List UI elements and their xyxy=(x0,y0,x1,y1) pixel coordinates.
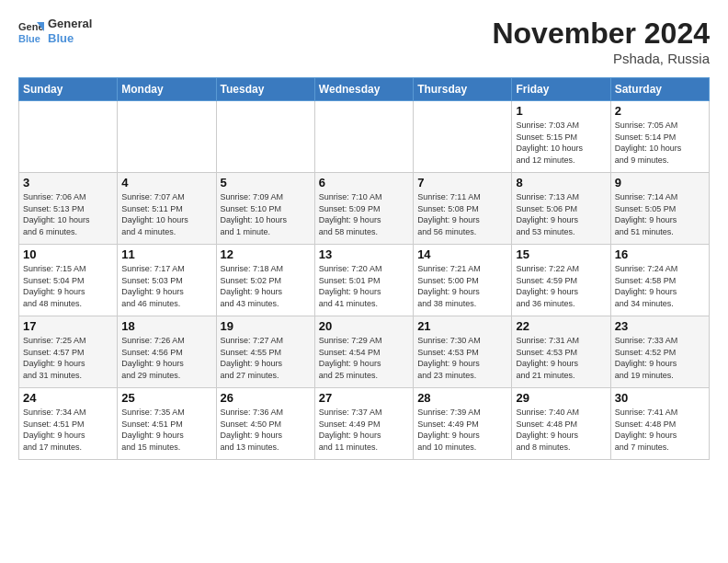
day-info: Sunrise: 7:26 AM Sunset: 4:56 PM Dayligh… xyxy=(121,335,211,381)
day-number: 6 xyxy=(319,176,409,190)
day-info: Sunrise: 7:40 AM Sunset: 4:48 PM Dayligh… xyxy=(516,407,606,453)
calendar-cell: 25Sunrise: 7:35 AM Sunset: 4:51 PM Dayli… xyxy=(118,388,216,460)
day-info: Sunrise: 7:15 AM Sunset: 5:04 PM Dayligh… xyxy=(23,263,113,309)
calendar-cell: 23Sunrise: 7:33 AM Sunset: 4:52 PM Dayli… xyxy=(610,316,709,388)
day-info: Sunrise: 7:34 AM Sunset: 4:51 PM Dayligh… xyxy=(23,407,113,453)
title-block: November 2024 Pshada, Russia xyxy=(492,17,710,66)
header: General Blue General Blue November 2024 … xyxy=(18,17,710,66)
day-info: Sunrise: 7:17 AM Sunset: 5:03 PM Dayligh… xyxy=(121,263,211,309)
day-number: 14 xyxy=(417,247,507,261)
day-info: Sunrise: 7:27 AM Sunset: 4:55 PM Dayligh… xyxy=(221,335,311,381)
calendar-cell: 16Sunrise: 7:24 AM Sunset: 4:58 PM Dayli… xyxy=(610,245,709,316)
day-number: 20 xyxy=(319,319,409,333)
calendar-cell: 27Sunrise: 7:37 AM Sunset: 4:49 PM Dayli… xyxy=(314,388,413,460)
weekday-header: Friday xyxy=(512,78,610,101)
day-info: Sunrise: 7:39 AM Sunset: 4:49 PM Dayligh… xyxy=(417,407,507,453)
day-info: Sunrise: 7:33 AM Sunset: 4:52 PM Dayligh… xyxy=(615,335,705,381)
calendar-cell: 20Sunrise: 7:29 AM Sunset: 4:54 PM Dayli… xyxy=(314,316,413,388)
day-info: Sunrise: 7:21 AM Sunset: 5:00 PM Dayligh… xyxy=(417,263,507,309)
calendar-cell: 14Sunrise: 7:21 AM Sunset: 5:00 PM Dayli… xyxy=(414,245,512,316)
day-number: 16 xyxy=(615,247,705,261)
day-number: 27 xyxy=(319,391,409,405)
weekday-header: Thursday xyxy=(414,78,512,101)
day-number: 4 xyxy=(121,176,211,190)
day-info: Sunrise: 7:13 AM Sunset: 5:06 PM Dayligh… xyxy=(516,191,606,237)
calendar-cell: 26Sunrise: 7:36 AM Sunset: 4:50 PM Dayli… xyxy=(216,388,314,460)
day-number: 13 xyxy=(319,247,409,261)
day-info: Sunrise: 7:06 AM Sunset: 5:13 PM Dayligh… xyxy=(23,191,113,237)
day-number: 19 xyxy=(221,319,311,333)
day-number: 25 xyxy=(121,391,211,405)
day-info: Sunrise: 7:30 AM Sunset: 4:53 PM Dayligh… xyxy=(417,335,507,381)
day-number: 28 xyxy=(417,391,507,405)
day-number: 24 xyxy=(23,391,113,405)
calendar-cell xyxy=(118,101,216,173)
day-number: 11 xyxy=(121,247,211,261)
calendar-cell: 17Sunrise: 7:25 AM Sunset: 4:57 PM Dayli… xyxy=(19,316,118,388)
day-number: 12 xyxy=(221,247,311,261)
day-number: 10 xyxy=(23,247,113,261)
calendar-cell: 24Sunrise: 7:34 AM Sunset: 4:51 PM Dayli… xyxy=(19,388,118,460)
day-info: Sunrise: 7:22 AM Sunset: 4:59 PM Dayligh… xyxy=(516,263,606,309)
logo-line1: General xyxy=(48,17,92,31)
day-number: 7 xyxy=(417,176,507,190)
logo-icon: General Blue xyxy=(18,18,44,44)
day-info: Sunrise: 7:25 AM Sunset: 4:57 PM Dayligh… xyxy=(23,335,113,381)
svg-text:Blue: Blue xyxy=(18,33,40,44)
day-number: 26 xyxy=(221,391,311,405)
calendar-cell: 29Sunrise: 7:40 AM Sunset: 4:48 PM Dayli… xyxy=(512,388,610,460)
calendar-cell xyxy=(19,101,118,173)
day-number: 9 xyxy=(615,176,705,190)
day-number: 17 xyxy=(23,319,113,333)
calendar-cell: 3Sunrise: 7:06 AM Sunset: 5:13 PM Daylig… xyxy=(19,173,118,245)
logo-line2: Blue xyxy=(48,31,92,46)
calendar-cell: 13Sunrise: 7:20 AM Sunset: 5:01 PM Dayli… xyxy=(314,245,413,316)
calendar-cell xyxy=(314,101,413,173)
calendar-cell: 4Sunrise: 7:07 AM Sunset: 5:11 PM Daylig… xyxy=(118,173,216,245)
day-info: Sunrise: 7:10 AM Sunset: 5:09 PM Dayligh… xyxy=(319,191,409,237)
calendar-cell xyxy=(216,101,314,173)
calendar-cell: 22Sunrise: 7:31 AM Sunset: 4:53 PM Dayli… xyxy=(512,316,610,388)
day-info: Sunrise: 7:24 AM Sunset: 4:58 PM Dayligh… xyxy=(615,263,705,309)
day-number: 8 xyxy=(516,176,606,190)
day-info: Sunrise: 7:31 AM Sunset: 4:53 PM Dayligh… xyxy=(516,335,606,381)
day-info: Sunrise: 7:35 AM Sunset: 4:51 PM Dayligh… xyxy=(121,407,211,453)
day-info: Sunrise: 7:41 AM Sunset: 4:48 PM Dayligh… xyxy=(615,407,705,453)
day-number: 21 xyxy=(417,319,507,333)
day-number: 2 xyxy=(615,104,705,118)
day-info: Sunrise: 7:05 AM Sunset: 5:14 PM Dayligh… xyxy=(615,120,705,166)
day-info: Sunrise: 7:18 AM Sunset: 5:02 PM Dayligh… xyxy=(221,263,311,309)
weekday-header: Tuesday xyxy=(216,78,314,101)
weekday-header: Sunday xyxy=(19,78,118,101)
calendar-cell: 18Sunrise: 7:26 AM Sunset: 4:56 PM Dayli… xyxy=(118,316,216,388)
calendar-cell: 9Sunrise: 7:14 AM Sunset: 5:05 PM Daylig… xyxy=(610,173,709,245)
day-number: 5 xyxy=(221,176,311,190)
weekday-header: Wednesday xyxy=(314,78,413,101)
calendar-cell: 7Sunrise: 7:11 AM Sunset: 5:08 PM Daylig… xyxy=(414,173,512,245)
logo: General Blue General Blue xyxy=(18,17,92,45)
calendar-cell: 12Sunrise: 7:18 AM Sunset: 5:02 PM Dayli… xyxy=(216,245,314,316)
day-number: 1 xyxy=(516,104,606,118)
day-number: 15 xyxy=(516,247,606,261)
calendar-cell: 21Sunrise: 7:30 AM Sunset: 4:53 PM Dayli… xyxy=(414,316,512,388)
day-info: Sunrise: 7:37 AM Sunset: 4:49 PM Dayligh… xyxy=(319,407,409,453)
calendar-cell: 8Sunrise: 7:13 AM Sunset: 5:06 PM Daylig… xyxy=(512,173,610,245)
page: General Blue General Blue November 2024 … xyxy=(0,0,728,469)
calendar-cell: 2Sunrise: 7:05 AM Sunset: 5:14 PM Daylig… xyxy=(610,101,709,173)
calendar-cell: 6Sunrise: 7:10 AM Sunset: 5:09 PM Daylig… xyxy=(314,173,413,245)
month-title: November 2024 xyxy=(492,17,710,51)
day-number: 22 xyxy=(516,319,606,333)
calendar-cell: 5Sunrise: 7:09 AM Sunset: 5:10 PM Daylig… xyxy=(216,173,314,245)
day-info: Sunrise: 7:20 AM Sunset: 5:01 PM Dayligh… xyxy=(319,263,409,309)
day-number: 23 xyxy=(615,319,705,333)
day-info: Sunrise: 7:14 AM Sunset: 5:05 PM Dayligh… xyxy=(615,191,705,237)
calendar-cell: 11Sunrise: 7:17 AM Sunset: 5:03 PM Dayli… xyxy=(118,245,216,316)
calendar-cell: 10Sunrise: 7:15 AM Sunset: 5:04 PM Dayli… xyxy=(19,245,118,316)
weekday-header: Saturday xyxy=(610,78,709,101)
calendar-cell xyxy=(414,101,512,173)
day-info: Sunrise: 7:36 AM Sunset: 4:50 PM Dayligh… xyxy=(221,407,311,453)
weekday-header: Monday xyxy=(118,78,216,101)
calendar-cell: 30Sunrise: 7:41 AM Sunset: 4:48 PM Dayli… xyxy=(610,388,709,460)
day-number: 3 xyxy=(23,176,113,190)
day-info: Sunrise: 7:11 AM Sunset: 5:08 PM Dayligh… xyxy=(417,191,507,237)
